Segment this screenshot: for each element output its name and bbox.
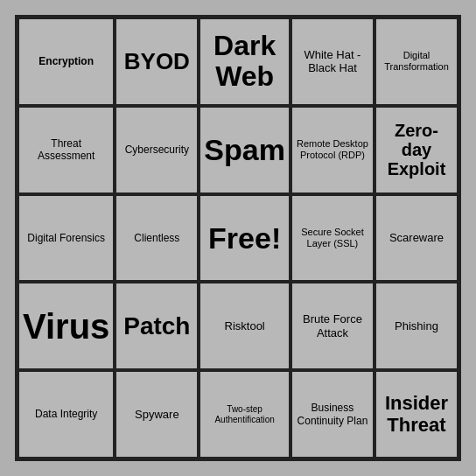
cell-r1c0[interactable]: Threat Assessment [18, 106, 115, 194]
cell-text: Insider Threat [380, 393, 453, 435]
cell-r0c3[interactable]: White Hat - Black Hat [290, 18, 374, 106]
cell-text: Clientless [134, 232, 179, 244]
cell-r1c4[interactable]: Zero-day Exploit [374, 106, 458, 194]
cell-text: Data Integrity [35, 408, 97, 420]
cell-r4c1[interactable]: Spyware [115, 370, 199, 458]
cell-text: Remote Desktop Protocol (RDP) [296, 138, 369, 161]
cell-text: Risktool [225, 319, 265, 333]
cell-r4c0[interactable]: Data Integrity [18, 370, 115, 458]
cell-text: White Hat - Black Hat [296, 48, 369, 75]
cell-r4c3[interactable]: Business Continuity Plan [290, 370, 374, 458]
cell-r2c3[interactable]: Secure Socket Layer (SSL) [290, 194, 374, 283]
cell-r3c0[interactable]: Virus [18, 282, 115, 370]
cell-text: Dark Web [204, 31, 285, 92]
cell-text: Spam [204, 132, 285, 168]
cell-r2c2[interactable]: Free! [199, 194, 290, 283]
cell-r4c4[interactable]: Insider Threat [374, 370, 458, 458]
cell-r3c4[interactable]: Phishing [374, 282, 458, 370]
cell-r2c0[interactable]: Digital Forensics [18, 194, 115, 283]
cell-text: Business Continuity Plan [296, 402, 369, 427]
cell-r3c3[interactable]: Brute Force Attack [290, 282, 374, 370]
cell-text: Zero-day Exploit [380, 121, 453, 178]
cell-r1c2[interactable]: Spam [199, 106, 290, 194]
cell-r3c1[interactable]: Patch [115, 282, 199, 370]
bingo-board: Encryption BYOD Dark Web White Hat - Bla… [15, 15, 461, 461]
cell-text: Patch [123, 312, 190, 341]
cell-r1c1[interactable]: Cybersecurity [115, 106, 199, 194]
cell-r0c0[interactable]: Encryption [18, 18, 115, 106]
cell-r0c2[interactable]: Dark Web [199, 18, 290, 106]
cell-text: Digital Forensics [27, 232, 105, 244]
cell-r1c3[interactable]: Remote Desktop Protocol (RDP) [290, 106, 374, 194]
cell-text: Cybersecurity [125, 144, 189, 156]
cell-text: Threat Assessment [23, 137, 109, 163]
cell-text: Free! [208, 220, 281, 256]
cell-r0c4[interactable]: Digital Transformation [374, 18, 458, 106]
cell-text: Two-step Authentification [204, 404, 285, 425]
cell-text: Encryption [38, 55, 94, 67]
cell-text: Virus [23, 305, 109, 347]
cell-text: Secure Socket Layer (SSL) [296, 227, 369, 249]
cell-text: Spyware [135, 408, 179, 422]
cell-text: Phishing [395, 319, 438, 333]
cell-text: Brute Force Attack [296, 312, 369, 340]
cell-r4c2[interactable]: Two-step Authentification [199, 370, 290, 458]
cell-text: Digital Transformation [380, 50, 453, 73]
cell-r3c2[interactable]: Risktool [199, 282, 290, 370]
cell-r2c1[interactable]: Clientless [115, 194, 199, 283]
cell-text: Scareware [389, 231, 444, 245]
cell-r2c4[interactable]: Scareware [374, 194, 458, 283]
cell-r0c1[interactable]: BYOD [115, 18, 199, 106]
cell-text: BYOD [124, 48, 190, 75]
